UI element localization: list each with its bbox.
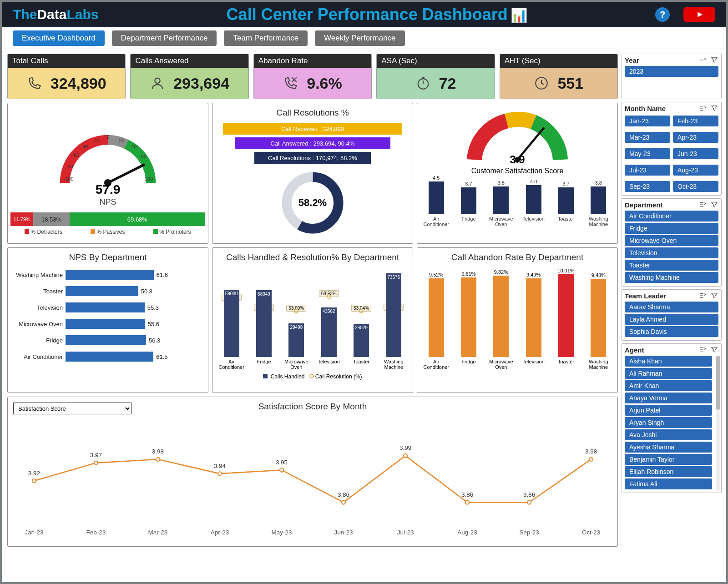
slicer-item[interactable]: Microwave Oven [625, 235, 718, 246]
svg-text:-60: -60 [72, 152, 80, 158]
tab-weekly[interactable]: Weekly Performance [315, 30, 404, 46]
slicer-item[interactable]: Jul-23 [625, 165, 670, 176]
svg-text:-20: -20 [93, 138, 101, 143]
brand-logo: TheDataLabs [13, 7, 98, 22]
slicer-month: Month Name Jan-23Feb-23Mar-23Apr-23May-2… [622, 102, 722, 196]
slicer-item[interactable]: Benjamin Taylor [625, 454, 712, 465]
kpi-calls-answered: Calls Answered 293,694 [130, 54, 248, 99]
nps-gauge: -100-80-60 -40-200 204060100 57.9 NPS [10, 106, 205, 211]
panel-abandon-dept: Call Abandon Rate By Department 9.52%Air… [417, 247, 618, 393]
svg-text:3.98: 3.98 [585, 448, 597, 455]
slicer-agent: Agent Aisha KhanAli RahmanAmir KhanAnaya… [622, 343, 722, 493]
svg-text:Apr-23: Apr-23 [211, 529, 229, 536]
filter-icon[interactable] [710, 201, 718, 209]
slicer-item[interactable]: Air Conditioner [625, 211, 718, 222]
panel-satisfaction-month: Satisfaction Score Satisfaction Score By… [7, 397, 618, 547]
kpi-total-calls: Total Calls 324,890 [7, 54, 126, 99]
slicer-item[interactable]: Aisha Khan [625, 356, 712, 367]
multiselect-icon[interactable] [698, 201, 707, 209]
slicer-item[interactable]: Ayesha Sharma [625, 442, 712, 453]
svg-point-22 [32, 479, 36, 483]
metric-dropdown[interactable]: Satisfaction Score [13, 403, 131, 414]
left-column: Total Calls 324,890 Calls Answered 293,6… [7, 54, 618, 578]
slicer-column: Year 2023 Month Name Jan-23Feb-23Mar-23A… [622, 54, 722, 578]
slicer-item[interactable]: Ava Joshi [625, 429, 712, 440]
row-gauges: -100-80-60 -40-200 204060100 57.9 NPS 11… [7, 103, 618, 244]
svg-text:60: 60 [141, 154, 147, 159]
slicer-item[interactable]: Television [625, 247, 718, 258]
slicer-item[interactable]: Elijah Robinson [625, 466, 712, 477]
help-icon[interactable]: ? [655, 7, 670, 22]
svg-point-46 [527, 500, 531, 504]
slicer-item[interactable]: Arjun Patel [625, 405, 712, 416]
slicer-item[interactable]: Jun-23 [673, 148, 718, 159]
svg-line-17 [108, 165, 145, 183]
slicer-item[interactable]: Toaster [625, 260, 718, 271]
filter-icon[interactable] [710, 346, 718, 354]
svg-text:3.99: 3.99 [399, 444, 411, 451]
slicer-item[interactable]: Ali Rahman [625, 368, 712, 379]
slicer-item[interactable]: Amir Khan [625, 380, 712, 391]
panel-css: 3.9 Customer Satisfaction Score 4.5Air C… [417, 103, 618, 244]
slicer-item[interactable]: Apr-23 [673, 132, 718, 143]
svg-text:20: 20 [119, 138, 124, 143]
svg-text:Mar-23: Mar-23 [148, 529, 168, 536]
svg-text:Jan-23: Jan-23 [25, 529, 43, 536]
slicer-item[interactable]: Mar-23 [625, 132, 670, 143]
multiselect-icon[interactable] [698, 56, 707, 64]
topbar: TheDataLabs Call Center Performance Dash… [2, 2, 726, 27]
svg-text:-100: -100 [64, 176, 74, 181]
slicer-year: Year 2023 [622, 54, 722, 99]
multiselect-icon[interactable] [698, 104, 707, 112]
slicer-item[interactable]: Sep-23 [625, 181, 670, 192]
tab-department[interactable]: Department Performance [112, 30, 217, 46]
clock-icon [534, 76, 549, 91]
slicer-item[interactable]: Aug-23 [673, 165, 718, 176]
tab-team[interactable]: Team Performance [224, 30, 308, 46]
kpi-asa: ASA (Sec) 72 [376, 54, 495, 99]
main-area: Total Calls 324,890 Calls Answered 293,6… [2, 49, 726, 582]
svg-text:Jul-23: Jul-23 [397, 529, 414, 536]
slicer-item[interactable]: Layla Ahmed [625, 314, 718, 325]
slicer-item[interactable]: 2023 [625, 66, 718, 77]
svg-text:May-23: May-23 [272, 529, 292, 536]
slicer-item[interactable]: Anaya Verma [625, 393, 712, 403]
tab-executive[interactable]: Executive Dashboard [13, 30, 105, 46]
slicer-item[interactable]: Sophia Davis [625, 326, 718, 337]
panel-resolutions: Call Resolutions % Call Received : 324,8… [212, 103, 413, 244]
svg-point-28 [156, 458, 160, 461]
svg-text:Sep-23: Sep-23 [519, 529, 539, 536]
slicer-item[interactable]: May-23 [625, 148, 670, 159]
svg-text:3.86: 3.86 [523, 491, 535, 498]
filter-icon[interactable] [710, 292, 718, 300]
filter-icon[interactable] [710, 104, 718, 112]
svg-text:3.94: 3.94 [214, 463, 226, 469]
slicer-item[interactable]: Fridge [625, 223, 718, 234]
slicer-item[interactable]: Jan-23 [625, 116, 670, 126]
kpi-aht: AHT (Sec) 551 [500, 54, 618, 99]
slicer-item[interactable]: Aarav Sharma [625, 302, 718, 312]
filter-icon[interactable] [710, 56, 718, 64]
slicer-team-leader: Team Leader Aarav SharmaLayla AhmedSophi… [622, 289, 722, 341]
svg-point-31 [218, 472, 222, 475]
nps-stacked-bar: 11.79% 18.53% 69.68% [10, 212, 205, 226]
agent-scrollbar[interactable] [716, 356, 720, 491]
svg-point-25 [94, 461, 98, 465]
youtube-button[interactable] [683, 7, 715, 22]
svg-marker-0 [698, 12, 703, 17]
svg-text:Aug-23: Aug-23 [457, 529, 477, 536]
slicer-item[interactable]: Washing Machine [625, 272, 718, 283]
panel-nps-dept: NPS By Department Washing Machine61.6Toa… [7, 247, 208, 393]
slicer-department: Department Air ConditionerFridgeMicrowav… [622, 198, 722, 287]
kpi-abandon-rate: Abandon Rate 9.6% [253, 54, 372, 99]
slicer-item[interactable]: Aryan Singh [625, 417, 712, 428]
multiselect-icon[interactable] [698, 292, 707, 300]
svg-point-34 [280, 468, 283, 472]
multiselect-icon[interactable] [698, 346, 707, 354]
slicer-item[interactable]: Oct-23 [673, 181, 718, 192]
slicer-item[interactable]: Feb-23 [673, 116, 718, 126]
missed-call-icon [283, 76, 298, 91]
svg-point-37 [342, 500, 345, 504]
slicer-item[interactable]: Fatima Ali [625, 478, 712, 489]
app-root: TheDataLabs Call Center Performance Dash… [0, 0, 728, 584]
